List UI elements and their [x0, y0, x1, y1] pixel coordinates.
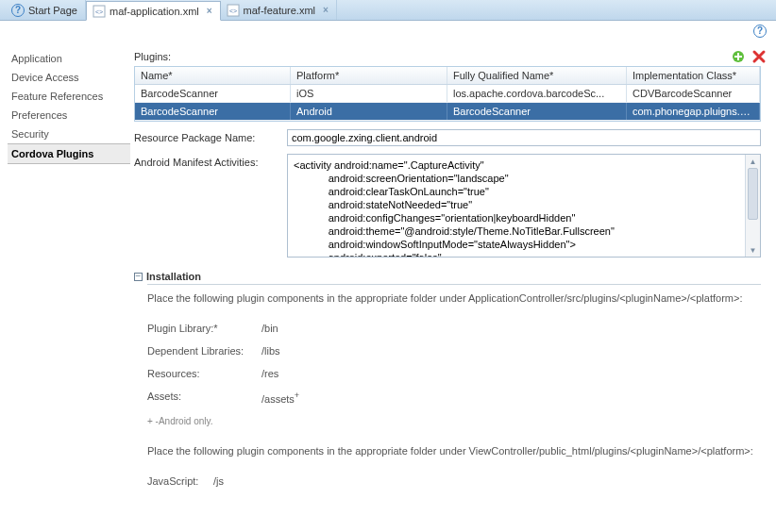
content-area: Application Device Access Feature Refere… [0, 42, 776, 532]
sidebar-item-preferences[interactable]: Preferences [8, 106, 130, 125]
tab-start-page[interactable]: ? Start Page [6, 0, 86, 20]
label: Dependent Libraries: [147, 345, 256, 357]
value: /libs [261, 345, 280, 357]
scroll-track[interactable] [746, 168, 760, 243]
close-icon[interactable]: × [323, 5, 329, 15]
close-icon[interactable]: × [207, 6, 212, 16]
plugins-section-label: Plugins: [134, 51, 171, 62]
list-item: Plugin Library:*/bin [147, 317, 767, 340]
col-impl[interactable]: Implementation Class* [627, 67, 760, 84]
help-icon[interactable]: ? [753, 25, 767, 38]
sidebar-item-device-access[interactable]: Device Access [8, 68, 130, 87]
svg-text:<>: <> [95, 8, 103, 15]
delete-plugin-icon[interactable] [751, 49, 767, 64]
cell-impl: CDVBarcodeScanner [627, 85, 760, 102]
divider [147, 284, 761, 285]
table-header: Name* Platform* Fully Qualified Name* Im… [135, 67, 760, 85]
resource-package-input[interactable] [287, 129, 761, 146]
col-fqn[interactable]: Fully Qualified Name* [447, 67, 627, 84]
cell-fqn: BarcodeScanner [447, 103, 627, 120]
assets-sup: + [295, 391, 299, 400]
toolbar-row: ? [0, 21, 776, 42]
add-plugin-icon[interactable] [731, 49, 746, 64]
scroll-up-icon[interactable]: ▲ [746, 155, 760, 168]
sidebar-item-cordova-plugins[interactable]: Cordova Plugins [8, 143, 130, 164]
scroll-thumb[interactable] [748, 168, 758, 220]
editor-tabbar: ? Start Page <> maf-application.xml × <>… [0, 0, 776, 21]
installation-footnote: + -Android only. [147, 416, 767, 426]
xml-file-icon: <> [93, 5, 106, 18]
table-row[interactable]: BarcodeScanner iOS los.apache.cordova.ba… [135, 85, 760, 103]
label: Resources: [147, 368, 256, 379]
installation-list: Plugin Library:*/bin Dependent Libraries… [147, 317, 767, 410]
scrollbar[interactable]: ▲ ▼ [745, 155, 760, 257]
scroll-down-icon[interactable]: ▼ [746, 243, 760, 257]
tab-maf-application[interactable]: <> maf-application.xml × [86, 1, 221, 21]
cell-platform: iOS [291, 85, 447, 102]
svg-text:<>: <> [229, 8, 237, 14]
installation-title: Installation [146, 271, 201, 282]
tab-label: maf-feature.xml [244, 5, 315, 16]
col-platform[interactable]: Platform* [291, 67, 447, 84]
cell-platform: Android [291, 103, 447, 120]
installation-header[interactable]: − Installation [134, 271, 767, 282]
list-item: Dependent Libraries:/libs [147, 340, 767, 362]
manifest-activities-label: Android Manifest Activities: [134, 154, 287, 168]
value: /bin [261, 323, 278, 334]
list-item: Assets:/assets+ [147, 385, 767, 410]
svg-rect-6 [734, 56, 742, 58]
tab-label: maf-application.xml [110, 6, 199, 17]
value: /js [213, 475, 224, 487]
col-name[interactable]: Name* [135, 67, 291, 84]
list-item: JavaScript:/js [147, 470, 767, 492]
resource-package-label: Resource Package Name: [134, 129, 287, 143]
label: Assets: [147, 391, 256, 405]
xml-file-icon: <> [227, 4, 240, 17]
label: JavaScript: [147, 475, 208, 487]
list-item: Resources:/res [147, 362, 767, 385]
sidebar-item-security[interactable]: Security [8, 125, 130, 143]
cell-fqn: los.apache.cordova.barcodeSc... [447, 85, 627, 102]
collapse-icon[interactable]: − [134, 273, 143, 281]
value: /assets+ [261, 391, 299, 405]
label: Plugin Library:* [147, 323, 256, 334]
manifest-activities-wrapper: ▲ ▼ [287, 154, 761, 258]
installation-desc-1: Place the following plugin components in… [147, 292, 767, 304]
cell-name: BarcodeScanner [135, 103, 291, 120]
table-row[interactable]: BarcodeScanner Android BarcodeScanner co… [135, 103, 760, 121]
sidebar-item-feature-references[interactable]: Feature References [8, 87, 130, 106]
tab-maf-feature[interactable]: <> maf-feature.xml × [221, 0, 337, 20]
installation-list-2: JavaScript:/js [147, 470, 767, 492]
sidebar: Application Device Access Feature Refere… [0, 42, 134, 532]
main-panel: Plugins: Name* Platform* Fully Qualified… [134, 42, 776, 532]
value: /res [261, 368, 278, 379]
help-icon: ? [11, 4, 25, 17]
cell-impl: com.phonegap.pluigns.barcode... [627, 103, 760, 120]
tab-label: Start Page [28, 5, 77, 16]
cell-name: BarcodeScanner [135, 85, 291, 102]
installation-desc-2: Place the following plugin components in… [147, 445, 767, 457]
sidebar-item-application[interactable]: Application [8, 49, 130, 68]
manifest-activities-textarea[interactable] [288, 155, 745, 257]
plugins-table: Name* Platform* Fully Qualified Name* Im… [134, 66, 761, 122]
